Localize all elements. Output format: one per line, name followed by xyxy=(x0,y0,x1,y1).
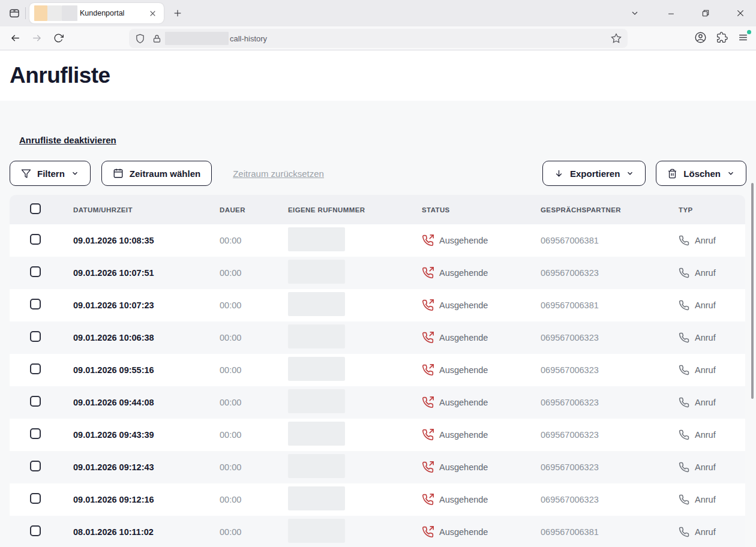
choose-date-range-button[interactable]: Zeitraum wählen xyxy=(101,161,212,186)
account-button[interactable] xyxy=(694,31,707,46)
extensions-button[interactable] xyxy=(716,32,728,46)
column-header-own-number: EIGENE RUFNUMMER xyxy=(288,206,422,214)
row-partner-number: 069567006323 xyxy=(541,430,679,440)
export-button[interactable]: Exportieren xyxy=(542,161,646,186)
back-button[interactable] xyxy=(6,29,24,47)
phone-icon xyxy=(679,332,689,343)
row-datetime: 09.01.2026 10:07:23 xyxy=(73,300,220,310)
redacted-favicon xyxy=(34,5,47,21)
select-all-checkbox[interactable] xyxy=(30,203,41,214)
row-checkbox[interactable] xyxy=(30,331,41,342)
scrollbar-thumb[interactable] xyxy=(751,183,754,399)
restore-icon xyxy=(701,8,710,18)
row-status: Ausgehende xyxy=(439,430,488,440)
row-checkbox[interactable] xyxy=(30,493,41,504)
row-datetime: 09.01.2026 10:06:38 xyxy=(73,333,220,342)
row-checkbox[interactable] xyxy=(30,363,41,374)
delete-button-label: Löschen xyxy=(683,169,721,179)
page-header: Anrufliste xyxy=(0,50,756,101)
row-checkbox[interactable] xyxy=(30,461,41,471)
column-header-duration: DAUER xyxy=(220,206,288,214)
firefox-view-button[interactable] xyxy=(5,4,24,23)
redacted-own-number xyxy=(288,519,345,543)
row-call-type: Anruf xyxy=(695,527,716,537)
redacted-url-segment xyxy=(165,32,229,45)
row-datetime: 09.01.2026 09:12:16 xyxy=(73,495,220,504)
forward-arrow-icon xyxy=(31,32,43,44)
lock-icon[interactable] xyxy=(152,34,161,43)
shield-icon[interactable] xyxy=(135,34,145,44)
phone-icon xyxy=(679,268,689,278)
phone-icon xyxy=(679,235,689,246)
outgoing-call-icon xyxy=(422,461,434,473)
bookmark-star-icon[interactable] xyxy=(611,33,622,44)
reload-button[interactable] xyxy=(49,29,67,47)
chevron-down-icon xyxy=(626,169,634,178)
row-status: Ausgehende xyxy=(439,333,488,342)
redacted-own-number xyxy=(288,227,345,251)
account-icon xyxy=(694,31,707,44)
row-datetime: 09.01.2026 09:44:08 xyxy=(73,398,220,407)
row-checkbox[interactable] xyxy=(30,396,41,407)
redacted-own-number xyxy=(288,454,345,478)
table-row: 09.01.2026 10:07:23 00:00 Ausgehende 069… xyxy=(10,289,745,321)
active-tab[interactable]: Kundenportal xyxy=(29,3,164,23)
delete-button[interactable]: Löschen xyxy=(656,161,746,186)
chevron-down-icon xyxy=(727,169,735,178)
table-row: 09.01.2026 09:43:39 00:00 Ausgehende 069… xyxy=(10,419,745,451)
close-window-button[interactable] xyxy=(731,4,750,23)
chevron-down-icon xyxy=(71,169,79,178)
row-call-type: Anruf xyxy=(695,236,716,245)
plus-icon xyxy=(173,8,182,18)
tab-strip: Kundenportal xyxy=(0,0,756,26)
row-duration: 00:00 xyxy=(220,430,288,440)
row-duration: 00:00 xyxy=(220,398,288,407)
row-checkbox[interactable] xyxy=(30,428,41,439)
row-status: Ausgehende xyxy=(439,300,488,310)
redacted-own-number xyxy=(288,486,345,510)
table-row: 08.01.2026 10:11:02 00:00 Ausgehende 069… xyxy=(10,516,745,547)
url-text: call-history xyxy=(230,34,611,43)
row-duration: 00:00 xyxy=(220,365,288,375)
redacted-own-number xyxy=(288,292,345,316)
close-icon xyxy=(736,8,745,18)
row-call-type: Anruf xyxy=(695,430,716,440)
redacted-tab-label xyxy=(47,5,62,21)
deactivate-call-list-link[interactable]: Anrufliste deaktivieren xyxy=(19,135,116,145)
row-duration: 00:00 xyxy=(220,462,288,472)
row-checkbox[interactable] xyxy=(30,299,41,309)
firefox-view-icon xyxy=(8,7,20,19)
minimize-button[interactable] xyxy=(661,4,680,23)
row-partner-number: 069567006381 xyxy=(541,236,679,245)
row-datetime: 09.01.2026 10:08:35 xyxy=(73,236,220,245)
menu-button[interactable] xyxy=(737,32,749,46)
navigation-bar: call-history xyxy=(0,26,756,50)
tab-close-button[interactable] xyxy=(146,7,159,20)
restore-button[interactable] xyxy=(696,4,715,23)
url-bar[interactable]: call-history xyxy=(129,29,628,48)
phone-icon xyxy=(679,527,689,537)
toolbar: Filtern Zeitraum wählen Zeitraum zurücks… xyxy=(10,161,746,186)
puzzle-icon xyxy=(716,32,728,43)
redacted-own-number xyxy=(288,422,345,446)
row-checkbox[interactable] xyxy=(30,234,41,245)
phone-icon xyxy=(679,494,689,505)
list-all-tabs-button[interactable] xyxy=(625,4,644,23)
forward-button[interactable] xyxy=(28,29,46,47)
row-status: Ausgehende xyxy=(439,495,488,504)
reset-date-range-link[interactable]: Zeitraum zurücksetzen xyxy=(233,169,324,179)
new-tab-button[interactable] xyxy=(169,4,187,22)
table-header-row: DATUM/UHRZEIT DAUER EIGENE RUFNUMMER STA… xyxy=(10,195,745,224)
row-checkbox[interactable] xyxy=(30,525,41,536)
row-partner-number: 069567006323 xyxy=(541,495,679,504)
redacted-own-number xyxy=(288,324,345,348)
filter-button[interactable]: Filtern xyxy=(10,161,91,186)
filter-funnel-icon xyxy=(21,169,31,179)
back-arrow-icon xyxy=(10,32,21,44)
page-content: Anrufliste deaktivieren Filtern xyxy=(0,101,756,547)
row-checkbox[interactable] xyxy=(30,266,41,277)
row-call-type: Anruf xyxy=(695,300,716,310)
row-status: Ausgehende xyxy=(439,268,488,278)
row-duration: 00:00 xyxy=(220,495,288,504)
download-arrow-icon xyxy=(554,169,564,179)
